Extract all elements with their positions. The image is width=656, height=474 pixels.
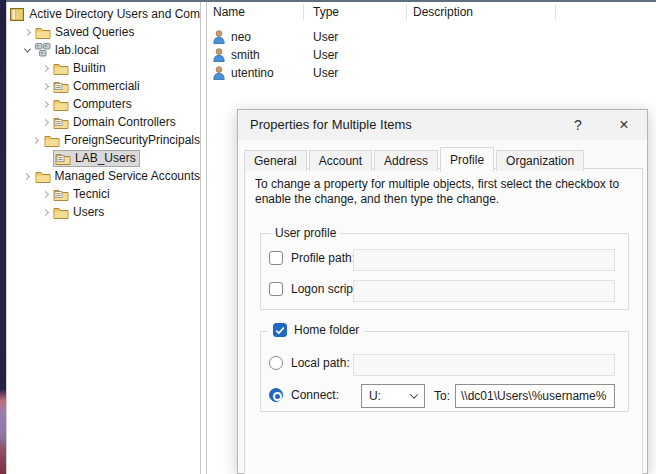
close-icon[interactable]: ×: [607, 110, 641, 140]
chevron-right-icon[interactable]: [37, 78, 53, 94]
tree-item-label: LAB_Users: [75, 151, 136, 165]
tree-item-computers[interactable]: Computers: [7, 95, 200, 113]
list-header: Name Type Description: [207, 2, 656, 22]
properties-dialog: Properties for Multiple Items ? × Genera…: [237, 109, 648, 474]
tree-item-label: Managed Service Accounts: [55, 169, 200, 183]
local-path-input[interactable]: [353, 354, 615, 376]
to-label: To:: [434, 384, 450, 408]
user-icon: [213, 30, 225, 47]
local-path-row[interactable]: Local path:: [269, 356, 350, 370]
home-folder-checkbox[interactable]: [273, 323, 287, 337]
profile-tab-page: To change a property for multiple object…: [244, 168, 643, 474]
column-separator[interactable]: [303, 4, 304, 20]
cell-name: neo: [231, 30, 251, 44]
folder-icon: [53, 205, 69, 220]
cell-type: User: [313, 30, 338, 44]
tree-item-label: Computers: [73, 97, 132, 111]
chevron-right-icon[interactable]: [37, 186, 53, 202]
tree-item-label: Tecnici: [73, 187, 110, 201]
home-folder-header[interactable]: Home folder: [268, 323, 364, 337]
home-folder-group: Home folder Local path: Connect: U: To:: [260, 331, 629, 412]
list-row-neo[interactable]: neo User: [207, 28, 656, 46]
chevron-right-icon[interactable]: [37, 114, 53, 130]
tree-item-label: lab.local: [55, 43, 99, 57]
local-path-radio[interactable]: [269, 356, 283, 370]
column-header-name[interactable]: Name: [213, 5, 245, 19]
tab-general[interactable]: General: [244, 150, 307, 171]
chevron-right-icon[interactable]: [37, 96, 53, 112]
tree-item-label: Commerciali: [73, 79, 140, 93]
check-icon: [275, 326, 285, 335]
list-row-smith[interactable]: smith User: [207, 46, 656, 64]
tab-organization[interactable]: Organization: [496, 150, 584, 171]
connect-path-input[interactable]: [455, 384, 615, 408]
ou-folder-icon: [53, 115, 69, 130]
group-label: User profile: [271, 226, 340, 240]
dialog-title: Properties for Multiple Items: [250, 110, 412, 140]
tree-item-root[interactable]: Active Directory Users and Com: [7, 5, 200, 23]
logon-script-label: Logon script:: [291, 282, 360, 296]
tree-item-lab-local[interactable]: lab.local: [7, 41, 200, 59]
column-header-type[interactable]: Type: [313, 5, 339, 19]
chevron-right-icon[interactable]: [19, 168, 35, 184]
dialog-titlebar: Properties for Multiple Items ? ×: [238, 110, 647, 140]
logon-script-row[interactable]: Logon script:: [269, 282, 360, 296]
column-separator[interactable]: [406, 4, 407, 20]
tab-profile[interactable]: Profile: [440, 147, 494, 172]
console-tree-panel: Active Directory Users and Com Saved Que…: [7, 2, 201, 474]
cell-type: User: [313, 48, 338, 62]
tab-account[interactable]: Account: [309, 150, 372, 171]
selected-tree-item[interactable]: LAB_Users: [53, 150, 140, 167]
tree-item-label: ForeignSecurityPrincipals: [64, 133, 200, 147]
ou-folder-icon: [53, 187, 69, 202]
connect-label: Connect:: [291, 388, 339, 402]
tab-address[interactable]: Address: [374, 150, 438, 171]
connect-row[interactable]: Connect:: [269, 388, 339, 402]
list-row-utentino[interactable]: utentino User: [207, 64, 656, 82]
chevron-right-icon[interactable]: [37, 60, 53, 76]
tree-item-domain-controllers[interactable]: Domain Controllers: [7, 113, 200, 131]
chevron-right-icon[interactable]: [37, 204, 53, 220]
chevron-right-icon[interactable]: [19, 24, 35, 40]
folder-icon: [44, 133, 60, 148]
tree-item-managed-service-accounts[interactable]: Managed Service Accounts: [7, 167, 200, 185]
logon-script-input[interactable]: [353, 280, 615, 302]
cell-name: utentino: [231, 66, 274, 80]
tree-item-label: Saved Queries: [55, 25, 134, 39]
user-profile-group: User profile Profile path: Logon script:: [260, 233, 629, 310]
folder-icon: [35, 25, 51, 40]
tree-item-label: Active Directory Users and Com: [29, 7, 200, 21]
cell-type: User: [313, 66, 338, 80]
dialog-tabstrip: General Account Address Profile Organiza…: [244, 146, 586, 171]
tree-item-users[interactable]: Users: [7, 203, 200, 221]
tree-item-tecnici[interactable]: Tecnici: [7, 185, 200, 203]
drive-letter-select[interactable]: U:: [361, 384, 425, 408]
tree-item-builtin[interactable]: Builtin: [7, 59, 200, 77]
user-icon: [213, 66, 225, 83]
profile-path-checkbox[interactable]: [269, 251, 283, 265]
dialog-description: To change a property for multiple object…: [255, 177, 637, 207]
folder-icon: [35, 169, 51, 184]
tree-item-foreignsecurityprincipals[interactable]: ForeignSecurityPrincipals: [7, 131, 200, 149]
column-header-description[interactable]: Description: [413, 5, 473, 19]
home-folder-label: Home folder: [294, 323, 359, 337]
console-root-icon: [9, 7, 25, 22]
tree-item-lab-users[interactable]: LAB_Users: [7, 149, 200, 167]
profile-path-input[interactable]: [353, 249, 615, 271]
chevron-down-icon[interactable]: [19, 42, 35, 58]
folder-icon: [53, 97, 69, 112]
profile-path-row[interactable]: Profile path:: [269, 251, 355, 265]
tree-item-commerciali[interactable]: Commerciali: [7, 77, 200, 95]
cell-name: smith: [231, 48, 260, 62]
folder-icon: [53, 61, 69, 76]
chevron-right-icon[interactable]: [28, 132, 44, 148]
help-button[interactable]: ?: [561, 110, 595, 140]
column-separator[interactable]: [555, 4, 556, 20]
ou-folder-icon: [55, 151, 71, 166]
drive-letter-value: U:: [369, 389, 411, 403]
logon-script-checkbox[interactable]: [269, 282, 283, 296]
tree-item-label: Builtin: [73, 61, 106, 75]
tree-item-label: Domain Controllers: [73, 115, 176, 129]
connect-radio[interactable]: [269, 388, 283, 402]
tree-item-saved-queries[interactable]: Saved Queries: [7, 23, 200, 41]
